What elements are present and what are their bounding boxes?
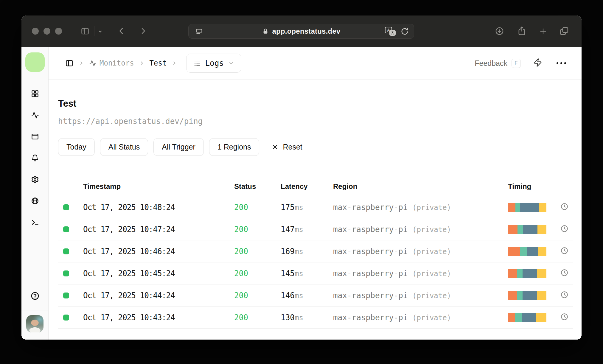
breadcrumb-monitors[interactable]: Monitors (89, 59, 134, 67)
row-timestamp: Oct 17, 2025 10:48:24 (83, 203, 234, 212)
timing-segment-ttfb (538, 247, 546, 256)
page-content: Test https://api.openstatus.dev/ping Tod… (49, 80, 582, 340)
dashboard-grid-icon[interactable] (31, 90, 39, 98)
latency-unit: ms (295, 270, 303, 278)
region-private-note: (private) (412, 314, 451, 322)
lightning-icon[interactable] (533, 58, 542, 68)
breadcrumb-test[interactable]: Test (150, 59, 167, 67)
workspace-logo[interactable] (25, 52, 45, 72)
filter-status-button[interactable]: All Status (100, 138, 148, 156)
log-row[interactable]: Oct 17, 2025 10:43:24200130msmax-raspber… (58, 307, 573, 329)
back-button-icon[interactable] (117, 26, 126, 36)
filter-bar: Today All Status All Trigger 1 Regions R… (58, 138, 573, 156)
success-indicator (63, 270, 69, 276)
timing-segment-tls (523, 291, 537, 300)
row-status-indicator-cell (58, 226, 83, 232)
row-detail-clock-icon[interactable] (557, 313, 573, 322)
user-avatar[interactable] (26, 315, 43, 332)
minimize-window-button[interactable] (43, 28, 50, 35)
filter-regions-button[interactable]: 1 Regions (209, 138, 259, 156)
chevron-right-icon (139, 60, 145, 66)
row-region: max-raspberry-pi (private) (333, 313, 508, 322)
region-private-note: (private) (412, 270, 451, 278)
feedback-button[interactable]: Feedback (475, 59, 507, 68)
reload-icon[interactable] (400, 27, 409, 36)
latency-value: 145 (281, 269, 295, 278)
forward-button-icon[interactable] (138, 26, 148, 36)
filter-trigger-button[interactable]: All Trigger (153, 138, 204, 156)
logs-dropdown-button[interactable]: Logs (186, 54, 241, 73)
timing-segment-connect (517, 269, 523, 278)
latency-value: 147 (281, 225, 295, 234)
log-row[interactable]: Oct 17, 2025 10:46:24200169msmax-raspber… (58, 240, 573, 262)
latency-unit: ms (295, 248, 303, 256)
success-indicator (63, 315, 69, 321)
log-row[interactable]: Oct 17, 2025 10:48:24200175msmax-raspber… (58, 196, 573, 218)
more-options-icon[interactable] (557, 62, 566, 64)
filter-period-button[interactable]: Today (58, 138, 95, 156)
row-detail-clock-icon[interactable] (557, 247, 573, 256)
address-bar[interactable]: app.openstatus.dev A (188, 24, 414, 39)
status-pages-panel-icon[interactable] (31, 133, 39, 141)
help-icon[interactable] (30, 291, 40, 301)
log-row[interactable]: Oct 17, 2025 10:47:24200147msmax-raspber… (58, 218, 573, 240)
timing-segment-connect (515, 313, 522, 322)
row-latency: 146ms (281, 291, 333, 300)
sidebar-menu-chevron-icon[interactable] (98, 29, 103, 34)
row-latency: 130ms (281, 313, 333, 322)
latency-unit: ms (295, 292, 303, 300)
sidebar-bottom (21, 291, 48, 340)
toolbar-divider (94, 26, 94, 36)
timing-segment-dns (508, 313, 515, 322)
chevron-right-icon (78, 60, 84, 66)
activity-icon (89, 60, 97, 67)
row-detail-clock-icon[interactable] (557, 291, 573, 300)
timing-segment-dns (508, 269, 517, 278)
cli-terminal-icon[interactable] (31, 218, 39, 226)
new-tab-icon[interactable] (539, 27, 547, 35)
downloads-icon[interactable] (495, 27, 504, 36)
log-row[interactable]: Oct 17, 2025 10:45:24200145msmax-raspber… (58, 262, 573, 284)
timing-segment-ttfb (537, 291, 546, 300)
monitors-activity-icon[interactable] (31, 111, 39, 119)
panel-toggle-icon[interactable] (65, 59, 74, 67)
tab-overview-icon[interactable] (559, 26, 569, 36)
row-latency: 145ms (281, 269, 333, 278)
row-region: max-raspberry-pi (private) (333, 247, 508, 256)
col-timing: Timing (508, 182, 557, 191)
logs-table-header: Timestamp Status Latency Region Timing (58, 177, 573, 196)
timing-segment-dns (508, 203, 515, 212)
settings-gear-icon[interactable] (31, 175, 39, 183)
row-detail-clock-icon[interactable] (557, 203, 573, 212)
row-detail-clock-icon[interactable] (557, 269, 573, 278)
row-region: max-raspberry-pi (private) (333, 269, 508, 278)
region-private-note: (private) (412, 225, 451, 234)
share-icon[interactable] (517, 26, 527, 36)
row-timing-cell (508, 313, 557, 322)
browser-sidebar-toggle-icon[interactable] (80, 27, 90, 36)
sidebar-divider (21, 310, 48, 310)
page-title: Test (58, 98, 573, 109)
screenshot-stage: app.openstatus.dev A (0, 0, 603, 364)
log-row[interactable]: Oct 17, 2025 10:44:24200146msmax-raspber… (58, 284, 573, 307)
close-icon (272, 144, 279, 150)
row-detail-clock-icon[interactable] (557, 225, 573, 234)
header-actions: Feedback F (475, 58, 566, 68)
row-status-code: 200 (234, 291, 281, 300)
row-status-indicator-cell (58, 270, 83, 276)
monitor-endpoint-url: https://api.openstatus.dev/ping (58, 117, 573, 126)
zoom-window-button[interactable] (55, 28, 62, 35)
regions-globe-icon[interactable] (31, 197, 39, 205)
row-latency: 169ms (281, 247, 333, 256)
region-name: max-raspberry-pi (333, 203, 412, 212)
timing-segment-ttfb (536, 313, 546, 322)
app-sidebar (21, 47, 49, 340)
translate-icon[interactable]: A (385, 27, 396, 36)
success-indicator (63, 248, 69, 254)
row-status-indicator-cell (58, 204, 83, 210)
list-icon (193, 59, 201, 67)
region-name: max-raspberry-pi (333, 269, 412, 278)
reset-filters-button[interactable]: Reset (272, 143, 302, 151)
notifications-bell-icon[interactable] (31, 154, 39, 162)
close-window-button[interactable] (32, 28, 39, 35)
